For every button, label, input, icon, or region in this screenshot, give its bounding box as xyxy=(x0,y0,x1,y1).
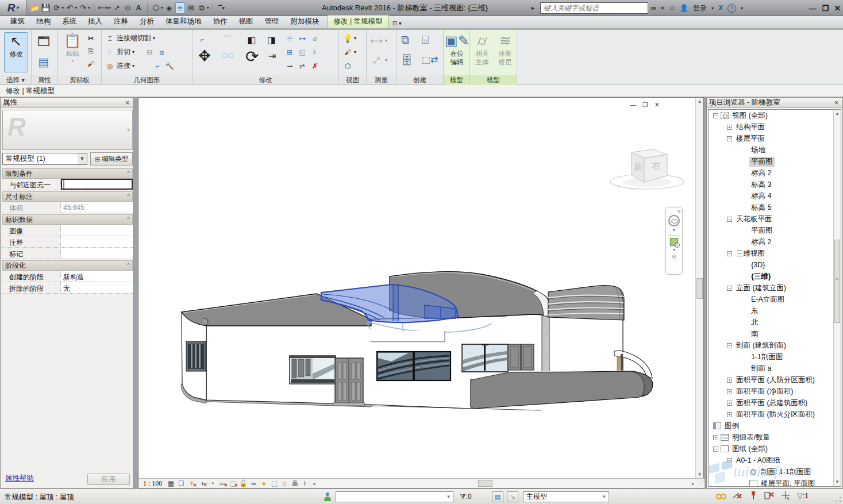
undo-icon[interactable]: ↶ xyxy=(65,2,75,14)
tree-item[interactable]: 平面图 xyxy=(709,225,841,236)
view-minimize-icon[interactable]: — xyxy=(630,101,636,109)
project-browser-header[interactable]: 项目浏览器 - 阶梯教室 × xyxy=(707,98,842,108)
moves-with-nearby-checkbox[interactable] xyxy=(63,180,64,189)
copy-tool-icon[interactable]: ◌◌ xyxy=(221,49,233,61)
properties-close-icon[interactable]: × xyxy=(124,99,131,107)
trim-extend-icon[interactable]: ⇥ xyxy=(268,51,276,61)
browser-scroll-up-icon[interactable]: ▲ xyxy=(834,110,841,118)
tree-item-label[interactable]: E-A立面图 xyxy=(749,295,786,305)
rendering-dialog-icon[interactable]: ◔ xyxy=(207,480,217,487)
tab-addins[interactable]: 附加模块 xyxy=(285,16,325,28)
view-close-icon[interactable]: ✕ xyxy=(655,101,660,109)
communication-center-icon[interactable]: ⌖ xyxy=(661,4,665,12)
tree-item-label[interactable]: 标高 4 xyxy=(749,191,773,201)
tree-item[interactable]: 图例 xyxy=(709,420,841,432)
tree-item[interactable]: 南 xyxy=(709,328,841,340)
tree-item[interactable]: 平面图 xyxy=(709,156,841,167)
select-links-icon[interactable] xyxy=(764,491,774,500)
tree-item-label[interactable]: 楼层平面: 平面图 xyxy=(759,479,817,487)
zoom-icon[interactable] xyxy=(670,238,678,246)
tree-item[interactable]: +明细表/数量 xyxy=(709,432,841,443)
mass-floors-button[interactable]: ≋ 体量楼层 xyxy=(493,32,517,67)
phase-created-value[interactable]: 新构造 xyxy=(61,271,133,282)
expand-icon[interactable]: + xyxy=(727,125,732,130)
tree-item[interactable]: +面积平面 (人防分区面积) xyxy=(709,374,841,386)
tree-item-label[interactable]: 天花板平面 xyxy=(734,214,774,224)
exit-design-option-button[interactable]: ↘ xyxy=(507,491,518,502)
tree-item-label[interactable]: {3D} xyxy=(749,261,767,269)
tree-item-label[interactable]: 面积平面 (人防分区面积) xyxy=(734,375,817,385)
tab-modify-contextual[interactable]: 修改 | 常规模型 xyxy=(328,15,389,28)
tab-systems[interactable]: 系统 xyxy=(56,16,82,28)
vertical-scroll-thumb[interactable] xyxy=(696,278,703,299)
sun-path-icon[interactable]: ☀✕ xyxy=(186,479,197,487)
active-workset-combobox[interactable]: ▼ xyxy=(336,491,453,502)
displace-box-icon[interactable]: ⬡ xyxy=(342,61,353,71)
browser-scrollbar[interactable]: ▲ ▼ xyxy=(833,110,841,486)
split-icon[interactable]: ⊹ xyxy=(284,33,295,43)
pin-icon[interactable]: ⊦ xyxy=(310,47,320,57)
trim-multi-icon[interactable]: ⇌ xyxy=(297,61,307,71)
scale-icon[interactable]: ◱ xyxy=(297,47,307,57)
tree-item-label[interactable]: 图纸 (全部) xyxy=(730,444,769,454)
tag-icon[interactable]: ⊙ xyxy=(123,2,133,14)
canvas-resize-grip[interactable]: ⋰ xyxy=(696,479,705,487)
tree-item-label[interactable]: 面积平面 (总建筑面积) xyxy=(734,398,809,408)
tree-item-label[interactable]: 剖面: 1-1剖面图 xyxy=(759,467,813,477)
related-host-button[interactable]: ⌭ 相关主体 xyxy=(470,32,494,67)
close-button[interactable]: ✕ xyxy=(834,4,841,13)
temporary-view-properties-icon[interactable]: ⬚ xyxy=(269,479,279,487)
worksets-icon[interactable] xyxy=(323,492,332,502)
view-scale-button[interactable]: 1 : 100 xyxy=(138,479,165,488)
tree-item-label[interactable]: 东 xyxy=(749,306,760,316)
collapse-icon[interactable]: − xyxy=(713,113,718,118)
reveal-hidden-icon[interactable]: ● xyxy=(259,480,269,487)
array-icon[interactable]: ⊞ xyxy=(284,47,295,57)
section-dimensions[interactable]: 尺寸标注^ xyxy=(2,191,133,202)
wheel-dropdown-icon[interactable]: ▾ xyxy=(673,228,675,233)
tree-item-label[interactable]: 1-1剖面图 xyxy=(749,352,785,362)
collapse-icon[interactable]: − xyxy=(727,343,732,348)
tree-item[interactable]: −视图 (全部) xyxy=(709,110,841,121)
editable-only-filter-icon[interactable]: ⧩:0 xyxy=(460,493,472,501)
expand-icon[interactable]: + xyxy=(727,378,732,383)
unlocked-view-icon[interactable]: 🔓 xyxy=(238,479,248,487)
tree-item[interactable]: 1-1剖面图 xyxy=(709,351,841,363)
tab-architecture[interactable]: 建筑 xyxy=(5,16,30,28)
collapse-icon[interactable]: − xyxy=(727,458,732,463)
navbar-close-icon[interactable]: ⊗ xyxy=(677,209,681,214)
tree-item[interactable]: E-A立面图 xyxy=(709,294,841,305)
browser-scroll-thumb[interactable] xyxy=(834,240,840,323)
edit-inplace-button[interactable]: ▣✎ 在位编辑 xyxy=(445,32,469,67)
sign-in-icon[interactable]: 👤 xyxy=(680,4,688,12)
paste-button[interactable]: 📋 粘贴▾ xyxy=(60,32,84,63)
expand-icon[interactable]: + xyxy=(713,435,718,440)
show-crop-region-icon[interactable]: ⬚✕ xyxy=(228,479,238,487)
exchange-apps-icon[interactable]: X xyxy=(718,4,723,12)
apply-button[interactable]: 应用 xyxy=(87,474,130,485)
navbar-collapse-icon[interactable]: ⊖ xyxy=(672,253,676,260)
restore-button[interactable]: ❐ xyxy=(822,4,829,13)
tab-massing-site[interactable]: 体量和场地 xyxy=(160,16,207,28)
minimize-button[interactable]: — xyxy=(809,4,816,13)
rotate-icon[interactable]: ⟳ xyxy=(245,47,259,66)
canvas-horizontal-scrollbar[interactable] xyxy=(318,479,688,488)
comments-value[interactable] xyxy=(61,236,133,247)
move-icon[interactable]: ✥ xyxy=(198,47,211,65)
help-icon[interactable]: ? xyxy=(727,4,736,13)
aligned-dimension-icon[interactable]: ⟷ xyxy=(98,2,109,14)
scroll-right-icon[interactable]: ▸ xyxy=(690,481,696,486)
thin-lines-icon[interactable]: ≣ xyxy=(175,2,185,14)
sync-icon[interactable]: ⟳ xyxy=(52,2,61,14)
create-group-icon[interactable]: ⧉ xyxy=(401,33,409,47)
worksharing-display-icon[interactable]: 🖶 xyxy=(290,480,300,487)
section-identity-data[interactable]: 标识数据^ xyxy=(2,214,133,225)
tree-item-label[interactable]: 场地 xyxy=(749,145,767,155)
close-hidden-windows-icon[interactable]: ⊠ xyxy=(186,2,196,14)
tree-item-label[interactable]: 结构平面 xyxy=(734,122,767,132)
visual-style-icon[interactable]: ❑ xyxy=(176,479,186,487)
mirror-pick-icon[interactable]: ◨ xyxy=(267,34,276,45)
cut-geometry-button[interactable]: ◌剪切▾ ⊟ ⧈ xyxy=(105,47,167,57)
tree-item[interactable]: 标高 2 xyxy=(709,236,841,248)
scroll-up-icon[interactable]: ▲ xyxy=(696,98,703,106)
